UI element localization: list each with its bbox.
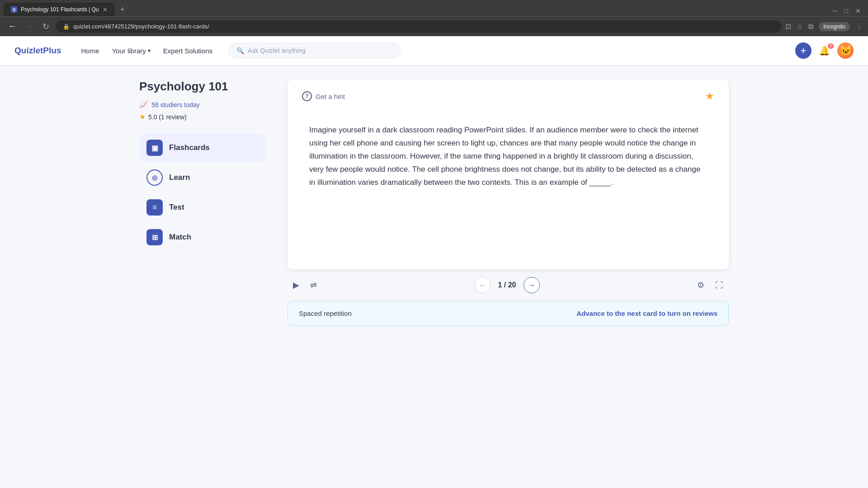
- sidebar: Psychology 101 📈 58 studiers today ★ 5.0…: [139, 80, 266, 326]
- play-button[interactable]: ▶: [289, 277, 303, 294]
- flashcard-text: Imagine yourself in a dark classroom rea…: [309, 126, 700, 187]
- rating-text: 5.0 (1 review): [148, 113, 187, 121]
- studiers-stat: 📈 58 studiers today: [139, 101, 266, 109]
- test-label: Test: [169, 203, 184, 212]
- test-nav-icon: ≡: [146, 199, 163, 216]
- sidebar-item-match[interactable]: ⊞ Match: [139, 223, 266, 251]
- match-label: Match: [169, 233, 191, 242]
- sidebar-title: Psychology 101: [139, 80, 266, 94]
- close-icon[interactable]: ✕: [855, 7, 861, 14]
- nav-your-library[interactable]: Your library ▾: [106, 43, 156, 58]
- sidebar-stats: 📈 58 studiers today ★ 5.0 (1 review): [139, 101, 266, 121]
- browser-tab-bar: Q Psychology 101 Flashcards | Qu ✕ + ─ □…: [0, 0, 868, 16]
- tab-favicon: Q: [11, 6, 17, 13]
- browser-toolbar: ← → ↻ 🔒 quizlet.com/487425129/psychology…: [0, 16, 868, 36]
- notifications-button[interactable]: 🔔 7: [819, 45, 830, 56]
- sidebar-nav: ▣ Flashcards ◎ Learn ≡ Test ⊞ Match: [139, 134, 266, 251]
- tab-close-icon[interactable]: ✕: [103, 6, 108, 13]
- flashcard-header: ? Get a hint ★: [302, 90, 714, 102]
- header-right: + 🔔 7 🐱: [795, 42, 854, 59]
- sidebar-item-learn[interactable]: ◎ Learn: [139, 164, 266, 192]
- search-icon: 🔍: [236, 47, 244, 54]
- search-placeholder: Ask Quizlet anything: [248, 47, 306, 54]
- library-chevron-icon: ▾: [148, 47, 151, 54]
- spaced-repetition-bar: Spaced repetition Advance to the next ca…: [288, 301, 729, 326]
- bookmark-icon[interactable]: ☆: [797, 22, 803, 31]
- main-nav: Home Your library ▾ Expert Solutions: [75, 43, 218, 58]
- cast-icon[interactable]: ⊡: [785, 22, 791, 31]
- address-bar[interactable]: 🔒 quizlet.com/487425129/psychology-101-f…: [56, 20, 782, 33]
- browser-action-icons: ⊡ ☆ ⧉ Incognito ⋮: [785, 22, 863, 31]
- extension-icon[interactable]: ⧉: [808, 23, 813, 31]
- star-icon: ★: [139, 113, 146, 121]
- flashcard-controls: ▶ ⇌ ← 1 / 20 → ⚙ ⛶: [288, 269, 729, 301]
- match-nav-icon: ⊞: [146, 229, 163, 245]
- hint-label: Get a hint: [316, 93, 345, 100]
- browser-tab[interactable]: Q Psychology 101 Flashcards | Qu ✕: [4, 3, 115, 16]
- lock-icon: 🔒: [63, 23, 70, 30]
- learn-label: Learn: [169, 173, 190, 182]
- sidebar-item-test[interactable]: ≡ Test: [139, 193, 266, 221]
- learn-nav-icon: ◎: [146, 169, 163, 186]
- back-button[interactable]: ←: [5, 20, 19, 33]
- fullscreen-button[interactable]: ⛶: [712, 277, 727, 294]
- trend-icon: 📈: [139, 101, 148, 109]
- avatar[interactable]: 🐱: [837, 42, 854, 59]
- page-body: Psychology 101 📈 58 studiers today ★ 5.0…: [118, 65, 750, 340]
- sidebar-item-flashcards[interactable]: ▣ Flashcards: [139, 134, 266, 162]
- flashcard-body: Imagine yourself in a dark classroom rea…: [302, 109, 714, 236]
- rating-stat: ★ 5.0 (1 review): [139, 113, 266, 121]
- hint-icon: ?: [302, 91, 312, 101]
- notification-badge: 7: [828, 43, 834, 49]
- shuffle-button[interactable]: ⇌: [307, 277, 321, 294]
- profile-label[interactable]: Incognito: [819, 22, 850, 31]
- logo[interactable]: QuizletPlus: [14, 46, 61, 56]
- url-text: quizlet.com/487425129/psychology-101-fla…: [73, 23, 209, 30]
- new-tab-button[interactable]: +: [117, 3, 129, 16]
- window-controls: ─ □ ✕: [833, 7, 864, 16]
- hint-button[interactable]: ? Get a hint: [302, 91, 345, 101]
- reload-button[interactable]: ↻: [40, 20, 52, 33]
- app-header: QuizletPlus Home Your library ▾ Expert S…: [0, 36, 868, 65]
- forward-button[interactable]: →: [23, 20, 36, 33]
- nav-expert-solutions[interactable]: Expert Solutions: [158, 43, 218, 58]
- main-content: ? Get a hint ★ Imagine yourself in a dar…: [288, 80, 729, 326]
- maximize-icon[interactable]: □: [844, 7, 848, 14]
- menu-icon[interactable]: ⋮: [855, 22, 863, 31]
- flashcard-container: ? Get a hint ★ Imagine yourself in a dar…: [288, 80, 729, 269]
- spaced-repetition-label: Spaced repetition: [299, 310, 352, 317]
- minimize-icon[interactable]: ─: [833, 7, 837, 14]
- card-counter: 1 / 20: [498, 281, 516, 289]
- star-button[interactable]: ★: [705, 90, 714, 102]
- flashcards-nav-icon: ▣: [146, 140, 163, 156]
- add-button[interactable]: +: [795, 42, 811, 59]
- studiers-text: 58 studiers today: [151, 101, 200, 108]
- settings-button[interactable]: ⚙: [693, 277, 708, 294]
- next-card-button[interactable]: →: [524, 277, 540, 293]
- search-bar[interactable]: 🔍 Ask Quizlet anything: [229, 43, 401, 58]
- spaced-repetition-action[interactable]: Advance to the next card to turn on revi…: [576, 310, 717, 317]
- tab-title: Psychology 101 Flashcards | Qu: [21, 6, 99, 13]
- prev-card-button[interactable]: ←: [474, 277, 491, 293]
- flashcards-label: Flashcards: [169, 143, 210, 152]
- nav-home[interactable]: Home: [75, 43, 104, 58]
